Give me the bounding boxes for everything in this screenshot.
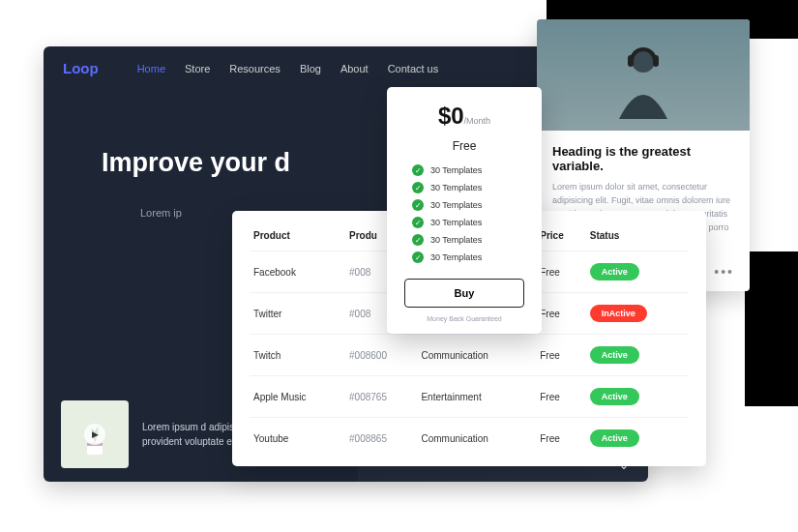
- col-price: Price: [536, 224, 585, 251]
- cell-status: Active: [586, 335, 689, 376]
- play-icon[interactable]: ▶: [84, 424, 105, 445]
- svg-rect-4: [653, 55, 659, 67]
- cell-price: Free: [536, 293, 585, 335]
- svg-rect-3: [628, 55, 634, 67]
- col-product: Product: [250, 224, 345, 251]
- cell-id: #008765: [345, 376, 417, 418]
- cell-status: Active: [586, 376, 689, 418]
- table-row[interactable]: Twitch#008600CommunicationFreeActive: [250, 335, 689, 376]
- status-badge: Active: [590, 388, 639, 405]
- check-icon: ✓: [412, 164, 424, 176]
- price-amount: $0: [438, 103, 464, 129]
- nav-contact[interactable]: Contact us: [388, 63, 439, 74]
- check-icon: ✓: [412, 251, 424, 263]
- cell-product: Twitch: [250, 335, 345, 376]
- status-badge: Active: [590, 429, 639, 447]
- check-icon: ✓: [412, 199, 424, 211]
- plan-name: Free: [404, 139, 524, 153]
- cell-product: Twitter: [250, 293, 345, 335]
- nav-store[interactable]: Store: [185, 63, 210, 74]
- decor-bottom-right: [745, 251, 798, 406]
- nav-about[interactable]: About: [340, 63, 369, 74]
- check-icon: ✓: [412, 182, 424, 193]
- feature-item: ✓30 Templates: [404, 251, 524, 263]
- feature-label: 30 Templates: [430, 252, 482, 262]
- status-badge: Active: [590, 346, 639, 364]
- person-headphones-icon: [600, 32, 687, 119]
- brand-logo[interactable]: Loop: [63, 60, 99, 76]
- buy-button[interactable]: Buy: [404, 279, 524, 308]
- cell-status: InActive: [586, 293, 689, 335]
- feature-item: ✓30 Templates: [404, 164, 524, 176]
- check-icon: ✓: [412, 217, 424, 228]
- nav-home[interactable]: Home: [137, 63, 165, 74]
- feature-label: 30 Templates: [430, 200, 482, 210]
- cell-id: #008600: [345, 335, 417, 376]
- article-heading: Heading is the greatest variable.: [552, 144, 734, 173]
- table-row[interactable]: Apple Music#008765EntertainmentFreeActiv…: [250, 376, 689, 418]
- feature-item: ✓30 Templates: [404, 234, 524, 246]
- feature-label: 30 Templates: [430, 165, 482, 175]
- guarantee-text: Money Back Guaranteed: [404, 315, 524, 322]
- article-image: [537, 19, 750, 131]
- status-badge: InActive: [590, 305, 647, 322]
- video-thumb[interactable]: ▶: [61, 400, 129, 468]
- feature-item: ✓30 Templates: [404, 182, 524, 193]
- cell-product: Apple Music: [250, 376, 345, 418]
- feature-label: 30 Templates: [430, 183, 482, 192]
- cell-id: #008865: [345, 418, 417, 459]
- cell-status: Active: [586, 418, 689, 459]
- price-unit: /Month: [464, 116, 491, 126]
- cell-price: Free: [536, 251, 585, 293]
- pricing-card: $0/Month Free ✓30 Templates✓30 Templates…: [387, 87, 542, 334]
- cell-category: Communication: [417, 418, 536, 459]
- col-status: Status: [586, 224, 689, 251]
- status-badge: Active: [590, 263, 639, 281]
- price: $0/Month: [404, 103, 524, 130]
- check-icon: ✓: [412, 234, 424, 246]
- feature-item: ✓30 Templates: [404, 199, 524, 211]
- cell-product: Youtube: [250, 418, 345, 459]
- cell-category: Communication: [417, 335, 536, 376]
- feature-label: 30 Templates: [430, 218, 482, 227]
- cell-price: Free: [536, 418, 585, 459]
- cell-price: Free: [536, 335, 585, 376]
- cell-category: Entertainment: [417, 376, 536, 418]
- nav-resources[interactable]: Resources: [229, 63, 281, 74]
- cell-product: Facebook: [250, 251, 345, 293]
- cell-status: Active: [586, 251, 689, 293]
- cell-price: Free: [536, 376, 585, 418]
- feature-item: ✓30 Templates: [404, 217, 524, 228]
- table-row[interactable]: Youtube#008865CommunicationFreeActive: [250, 418, 689, 459]
- feature-label: 30 Templates: [430, 235, 482, 245]
- nav-blog[interactable]: Blog: [300, 63, 321, 74]
